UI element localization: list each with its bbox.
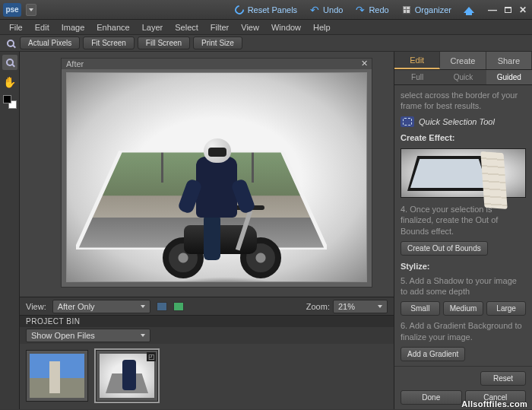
redo-button[interactable]: ↷ Redo	[350, 3, 393, 17]
guided-badge-icon: ◰	[147, 352, 156, 361]
out-of-bounds-image	[76, 134, 334, 248]
app-logo-text: pse	[3, 3, 21, 17]
tab-edit[interactable]: Edit	[394, 52, 440, 69]
quick-selection-row[interactable]: Quick Selection Tool	[401, 116, 526, 127]
stylize-title: Stylize:	[401, 262, 526, 271]
menu-help[interactable]: Help	[307, 21, 337, 33]
menu-enhance[interactable]: Enhance	[90, 21, 135, 33]
home-icon	[464, 5, 474, 15]
window-minimize[interactable]: —	[486, 5, 499, 15]
print-size-button[interactable]: Print Size	[193, 37, 242, 49]
window-close[interactable]: ✕	[517, 5, 529, 15]
options-bar: Actual Pixels Fit Screen Fill Screen Pri…	[0, 35, 532, 52]
window-maximize[interactable]	[502, 5, 514, 15]
workspace-switcher[interactable]	[26, 4, 36, 16]
subtab-quick[interactable]: Quick	[440, 70, 486, 84]
quick-selection-label: Quick Selection Tool	[419, 117, 495, 126]
quick-selection-icon	[401, 116, 414, 127]
bin-filter-value: Show Open Files	[31, 331, 95, 340]
tools-palette: ✋	[0, 52, 20, 409]
project-bin-filter-bar: Show Open Files	[20, 327, 394, 344]
panel-tabs: Edit Create Share	[394, 52, 532, 70]
shadow-medium-button[interactable]: Medium	[443, 301, 484, 316]
canvas-area: After ✕	[20, 52, 394, 297]
menu-bar: File Edit Image Enhance Layer Select Fil…	[0, 20, 532, 35]
project-bin: ◰	[20, 344, 394, 409]
actual-pixels-button[interactable]: Actual Pixels	[20, 37, 80, 49]
effect-preview	[401, 148, 526, 198]
app-logo[interactable]: pse	[3, 3, 36, 17]
step5-text: 5. Add a Shadow to your image to add som…	[401, 275, 526, 297]
add-gradient-button[interactable]: Add a Gradient	[401, 347, 465, 361]
redo-label: Redo	[369, 5, 388, 14]
tab-create[interactable]: Create	[440, 52, 486, 69]
menu-layer[interactable]: Layer	[136, 21, 169, 33]
workspace: After ✕	[20, 52, 394, 409]
hand-icon: ✋	[3, 76, 16, 88]
home-button[interactable]	[459, 3, 479, 17]
fill-screen-button[interactable]: Fill Screen	[138, 37, 190, 49]
view-mode-select[interactable]: After Only	[52, 300, 150, 313]
zoom-label: Zoom:	[306, 302, 330, 311]
zoom-tool-icon	[5, 37, 17, 49]
menu-image[interactable]: Image	[55, 21, 91, 33]
done-button[interactable]: Done	[401, 390, 462, 405]
hand-tool[interactable]: ✋	[2, 75, 17, 90]
menu-window[interactable]: Window	[265, 21, 307, 33]
right-panel: Edit Create Share Full Quick Guided sele…	[394, 52, 532, 409]
menu-select[interactable]: Select	[169, 21, 204, 33]
subtab-full[interactable]: Full	[394, 70, 440, 84]
document-window[interactable]: After ✕	[61, 58, 372, 288]
shadow-small-button[interactable]: Small	[401, 301, 440, 316]
menu-filter[interactable]: Filter	[204, 21, 235, 33]
before-after-vert-icon[interactable]	[173, 302, 184, 311]
bin-thumbnail[interactable]	[26, 350, 88, 402]
reset-panels-button[interactable]: Reset Panels	[230, 3, 302, 17]
chevron-down-icon	[378, 305, 382, 308]
reset-icon	[234, 5, 245, 15]
chevron-down-icon	[141, 334, 145, 337]
organizer-label: Organizer	[415, 5, 451, 14]
menu-file[interactable]: File	[3, 21, 29, 33]
menu-edit[interactable]: Edit	[29, 21, 55, 33]
reset-button[interactable]: Reset	[480, 371, 526, 386]
tab-share[interactable]: Share	[486, 52, 532, 69]
create-effect-title: Create Effect:	[401, 133, 526, 142]
project-bin-header[interactable]: PROJECT BIN	[20, 315, 394, 327]
bin-filter-select[interactable]: Show Open Files	[26, 329, 150, 342]
subtab-guided[interactable]: Guided	[486, 70, 532, 84]
thumbnail-image	[30, 354, 84, 398]
undo-button[interactable]: ↶ Undo	[305, 3, 347, 17]
zoom-value: 21%	[338, 302, 355, 311]
chevron-down-icon	[141, 305, 145, 308]
bin-thumbnail[interactable]: ◰	[96, 350, 158, 402]
title-bar: pse Reset Panels ↶ Undo ↷ Redo Organizer…	[0, 0, 532, 20]
redo-icon: ↷	[355, 5, 366, 15]
view-mode-value: After Only	[58, 302, 95, 311]
color-swatch[interactable]	[2, 94, 17, 110]
document-close[interactable]: ✕	[359, 59, 370, 68]
zoom-select[interactable]: 21%	[333, 300, 388, 313]
undo-icon: ↶	[309, 5, 320, 15]
guided-panel-body: select across the border of your frame f…	[394, 85, 532, 366]
before-after-horiz-icon[interactable]	[157, 302, 167, 311]
zoom-tool[interactable]	[2, 55, 17, 70]
view-label: View:	[26, 302, 46, 311]
shadow-large-button[interactable]: Large	[486, 301, 526, 316]
organizer-button[interactable]: Organizer	[397, 3, 456, 17]
fit-screen-button[interactable]: Fit Screen	[83, 37, 135, 49]
motorcycle-rider	[166, 134, 280, 282]
document-canvas[interactable]	[66, 72, 367, 282]
document-footer: View: After Only Zoom: 21%	[20, 297, 394, 315]
create-out-of-bounds-button[interactable]: Create Out of Bounds	[401, 241, 488, 256]
organizer-icon	[401, 5, 412, 15]
panel-subtabs: Full Quick Guided	[394, 70, 532, 85]
tower-icon	[480, 151, 507, 209]
menu-view[interactable]: View	[235, 21, 265, 33]
reset-panels-label: Reset Panels	[248, 5, 297, 14]
document-title: After	[66, 59, 84, 68]
undo-label: Undo	[323, 5, 343, 14]
step6-text: 6. Add a Gradient Background to finalize…	[401, 320, 526, 342]
step4-text: 4. Once your selection is finalized, cre…	[401, 204, 526, 237]
hint-text: select across the border of your frame f…	[401, 90, 526, 112]
